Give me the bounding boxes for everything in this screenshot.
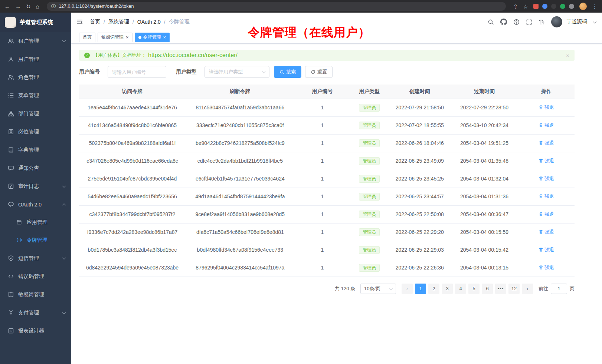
active-tab-dot xyxy=(138,36,141,39)
sidebar-item-app[interactable]: 应用管理 xyxy=(0,214,71,231)
sidebar-item-post[interactable]: 岗位管理 xyxy=(0,123,71,141)
github-icon[interactable] xyxy=(500,19,507,25)
column-header: 刷新令牌 xyxy=(186,85,295,99)
sidebar-item-sms[interactable]: 短信管理 xyxy=(0,249,71,267)
sidebar-item-dept[interactable]: 部门管理 xyxy=(0,105,71,123)
user-type-badge: 管理员 xyxy=(359,104,380,112)
sidebar-item-role[interactable]: 角色管理 xyxy=(0,68,71,86)
browser-menu-icon[interactable]: ⋮ xyxy=(592,4,598,9)
sidebar-item-audit-log[interactable]: 审计日志 xyxy=(0,177,71,195)
forward-icon[interactable]: → xyxy=(15,4,21,9)
page-button-3[interactable]: 3 xyxy=(442,284,453,294)
user-type-badge: 管理员 xyxy=(359,264,380,272)
browser-profile-avatar[interactable] xyxy=(579,3,587,10)
sidebar-item-notice[interactable]: 通知公告 xyxy=(0,159,71,177)
user-type-badge: 管理员 xyxy=(359,211,380,218)
home-icon[interactable]: ⌂ xyxy=(36,4,39,9)
tab-token[interactable]: 令牌管理× xyxy=(135,33,170,42)
sidebar: 芋道管理系统 租户管理用户管理角色管理菜单管理部门管理岗位管理字典管理通知公告审… xyxy=(0,13,71,364)
jump-page-input[interactable] xyxy=(551,284,567,294)
next-page-button[interactable]: › xyxy=(522,284,533,294)
alert-close-icon[interactable]: × xyxy=(566,53,569,58)
bookmark-star-icon[interactable]: ☆ xyxy=(523,4,528,9)
extension-icon-4[interactable] xyxy=(560,4,565,9)
prev-page-button[interactable]: ‹ xyxy=(402,284,413,294)
search-icon[interactable] xyxy=(488,19,494,25)
fullscreen-icon[interactable] xyxy=(526,19,532,25)
tab-home[interactable]: 首页 xyxy=(79,33,95,42)
breadcrumb-item-3: 令牌管理 xyxy=(169,19,190,25)
filter-form: 用户编号 用户类型 请选择用户类型 搜索 重置 xyxy=(79,66,575,78)
breadcrumb: 首页/系统管理/OAuth 2.0/令牌管理 xyxy=(90,19,190,25)
page-button-12[interactable]: 12 xyxy=(508,284,520,294)
sidebar-item-report[interactable]: 报表设计器 xyxy=(0,322,71,340)
post-icon xyxy=(8,129,14,135)
extension-icon-2[interactable] xyxy=(542,4,547,9)
reset-button[interactable]: 重置 xyxy=(305,66,333,78)
force-logout-button[interactable]: 强退 xyxy=(539,211,554,218)
breadcrumb-item-2[interactable]: OAuth 2.0 xyxy=(137,19,161,25)
force-logout-button[interactable]: 强退 xyxy=(539,140,554,146)
back-icon[interactable]: ← xyxy=(4,4,10,9)
force-logout-button[interactable]: 强退 xyxy=(539,158,554,164)
user-type-badge: 管理员 xyxy=(359,246,380,254)
page-button-5[interactable]: 5 xyxy=(468,284,480,294)
sidebar-item-oauth2[interactable]: OAuth 2.0 xyxy=(0,195,71,214)
sidebar-toggle-icon[interactable] xyxy=(76,19,83,25)
extension-icon-3[interactable] xyxy=(551,4,556,9)
close-icon[interactable]: × xyxy=(163,35,166,40)
sidebar-item-sensitive-word[interactable]: 敏感词管理 xyxy=(0,285,71,304)
force-logout-button[interactable]: 强退 xyxy=(539,264,554,271)
force-logout-button[interactable]: 强退 xyxy=(539,175,554,182)
font-size-icon[interactable] xyxy=(539,19,545,25)
extension-icon-1[interactable] xyxy=(533,4,539,9)
app-logo-row[interactable]: 芋道管理系统 xyxy=(0,13,71,32)
breadcrumb-item-1[interactable]: 系统管理 xyxy=(108,19,129,25)
page-button-1[interactable]: 1 xyxy=(415,284,426,294)
doc-link[interactable]: https://doc.iocoder.cn/user-center/ xyxy=(148,52,238,59)
share-icon[interactable]: ⇧ xyxy=(513,4,518,9)
page-size-select[interactable]: 10条/页 xyxy=(360,284,396,294)
search-button[interactable]: 搜索 xyxy=(274,66,301,78)
force-logout-button[interactable]: 强退 xyxy=(539,229,554,235)
user-name[interactable]: 芋道源码 xyxy=(566,19,587,25)
site-info-icon[interactable]: ⓘ xyxy=(51,3,56,10)
sidebar-item-error-code[interactable]: 错误码管理 xyxy=(0,267,71,285)
expire-time-cell: 2054-03-04 01:31:36 xyxy=(451,188,518,205)
page-button-4[interactable]: 4 xyxy=(455,284,466,294)
extension-icon-5[interactable] xyxy=(569,4,574,9)
sidebar-item-token[interactable]: 令牌管理 xyxy=(0,231,71,249)
page-button-2[interactable]: 2 xyxy=(428,284,439,294)
tab-sensitive-word[interactable]: 敏感词管理× xyxy=(98,33,132,42)
page-button-6[interactable]: 6 xyxy=(482,284,493,294)
user-type-select[interactable]: 请选择用户类型 xyxy=(205,66,269,78)
sidebar-item-menu[interactable]: 菜单管理 xyxy=(0,86,71,105)
sidebar-item-dict[interactable]: 字典管理 xyxy=(0,141,71,159)
user-id-cell: 1 xyxy=(295,170,350,188)
force-logout-button[interactable]: 强退 xyxy=(539,246,554,253)
sms-icon xyxy=(8,255,14,261)
more-pages-button[interactable]: ••• xyxy=(495,284,506,294)
force-logout-button[interactable]: 强退 xyxy=(539,104,554,111)
column-header: 操作 xyxy=(518,85,575,99)
url-bar[interactable]: ⓘ 127.0.0.1:1024/system/oauth2/token xyxy=(47,2,506,11)
sidebar-item-user[interactable]: 用户管理 xyxy=(0,50,71,68)
breadcrumb-item-0[interactable]: 首页 xyxy=(90,19,100,25)
table-row: 275e5de9151045fe87cbdc395e004f4de6cfd40e… xyxy=(79,170,575,188)
report-icon xyxy=(8,328,14,334)
force-logout-button[interactable]: 强退 xyxy=(539,122,554,129)
user-type-badge: 管理员 xyxy=(359,139,380,147)
sidebar-item-tenant[interactable]: 租户管理 xyxy=(0,32,71,50)
delete-icon xyxy=(539,247,543,252)
close-icon[interactable]: × xyxy=(126,35,129,40)
sidebar-item-payment[interactable]: 支付管理 xyxy=(0,304,71,322)
reload-icon[interactable]: ↻ xyxy=(26,4,31,9)
user-type-badge: 管理员 xyxy=(359,228,380,236)
force-logout-button[interactable]: 强退 xyxy=(539,193,554,200)
user-icon xyxy=(8,56,14,62)
help-icon[interactable] xyxy=(513,19,520,25)
chevron-down-icon[interactable] xyxy=(593,20,597,23)
user-id-input[interactable] xyxy=(108,66,166,78)
user-avatar[interactable] xyxy=(551,16,562,27)
refresh-icon xyxy=(311,70,315,75)
